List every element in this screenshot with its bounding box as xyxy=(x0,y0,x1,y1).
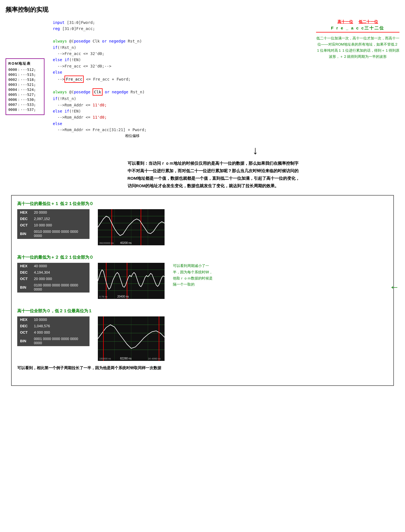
bin-label-2: BIN xyxy=(17,282,31,293)
code-line9: else xyxy=(53,69,308,75)
svg-text:82280 ns: 82280 ns xyxy=(120,357,131,360)
hex-val-1: 20 0000 xyxy=(31,209,90,216)
oct-val-1: 10 000 000 xyxy=(31,222,90,228)
fre-acc-label: 高十一位 低二十一位 F r e _ a c c三十二位 低二十一位加满一次，高… xyxy=(316,19,399,60)
bin-label: BIN xyxy=(17,228,31,239)
bin-val-1: 0010 0000 0000 0000 0000 0000 xyxy=(31,228,90,239)
bin-val-3: 0001 0000 0000 0000 0000 0000 xyxy=(31,336,90,346)
rom-table-title: ROM地址表 xyxy=(8,61,42,66)
green-arrow-right: ← xyxy=(389,281,399,293)
fre-acc-main: F r e _ a c c三十二位 xyxy=(316,26,399,33)
code-line10: -->Fre_acc <= Fre_acc + Fword; xyxy=(53,76,308,83)
oct-val-2: 20 000 000 xyxy=(31,276,90,282)
code-line14: -->Rom_Addr <= 11'd0; xyxy=(53,102,308,108)
code-line17: else xyxy=(53,121,308,127)
code-line13: if(!Rst_n) xyxy=(53,96,308,102)
oct-row-2: OCT 20 000 000 xyxy=(17,276,90,282)
oct-label: OCT xyxy=(17,222,31,228)
waveform-2: 20400 ns 0.78 ns xyxy=(98,263,165,300)
dec-val-2: 4,194,304 xyxy=(31,269,90,276)
top-section: ROM地址表 0000：···512; 0001：···515; 0002：··… xyxy=(6,19,399,139)
rom-row-4: 0004：···524; xyxy=(8,87,42,92)
rom-row-3: 0003：···521; xyxy=(8,82,42,87)
example-2-table: HEX 40 0000 DEC 4,194,304 OCT 20 000 000… xyxy=(17,263,90,295)
rom-row-0: 0000：···512; xyxy=(8,67,42,72)
example-1-row: HEX 20 0000 DEC 2,097,152 OCT 10 000 000… xyxy=(17,209,388,246)
dec-label-3: DEC xyxy=(17,323,31,329)
fre-acc-top: 高十一位 低二十一位 xyxy=(316,19,399,24)
bin-val-2: 0100 0000 0000 0000 0000 0000 xyxy=(31,282,90,293)
code-line7: else if(!EN) xyxy=(53,57,308,63)
phase-label: 相位偏移 xyxy=(125,133,308,139)
dec-row: DEC 2,097,152 xyxy=(17,216,90,222)
svg-text:0.78 ns: 0.78 ns xyxy=(99,295,108,298)
bin-row-2: BIN 0100 0000 0000 0000 0000 0000 xyxy=(17,282,90,293)
oct-label-3: OCT xyxy=(17,329,31,336)
svg-text:39220000 ns: 39220000 ns xyxy=(99,242,114,244)
code-line2: reg [31:0]Fre_acc; xyxy=(53,26,308,32)
dec-val-3: 1,048,576 xyxy=(31,323,90,329)
main-box: ← 高十一位的最低位＋１ 低２１位全部为０ HEX 20 0000 DEC 2,… xyxy=(11,195,394,386)
example-2-row: HEX 40 0000 DEC 4,194,304 OCT 20 000 000… xyxy=(17,263,388,300)
fre-acc-desc: 低二十一位加满一次，高十一位才加一次，而高十一位——对应ROM地址表的所有地址，… xyxy=(316,35,399,60)
example-2-comment: 可以看到周期减小了一半，因为每个系统时钟，他取ｒｏｍ数据的时候是隔一个一取的 xyxy=(173,263,215,287)
svg-text:20400 ns: 20400 ns xyxy=(117,295,129,298)
bin-row-3: BIN 0001 0000 0000 0000 0000 0000 xyxy=(17,336,90,346)
fre-acc-high: 高十一位 xyxy=(337,19,353,24)
waveform-1: 40200 ns 39220000 ns xyxy=(98,209,165,246)
code-section-top: input [31:0]Fword; reg [31:0]Fre_acc; al… xyxy=(53,19,308,83)
hex-label-3: HEX xyxy=(17,316,31,323)
example-1-table: HEX 20 0000 DEC 2,097,152 OCT 10 000 000… xyxy=(17,209,90,242)
last-comment: 可以看到，相比第一个例子周期拉长了一半，因为他是两个系统时钟取同样一次数据 xyxy=(17,365,388,371)
oct-label-2: OCT xyxy=(17,276,31,282)
oct-row-3: OCT 4 000 000 xyxy=(17,329,90,336)
rom-row-5: 0005：···527; xyxy=(8,92,42,97)
hex-row: HEX 20 0000 xyxy=(17,209,90,216)
hex-label-2: HEX xyxy=(17,263,31,269)
example-2: 高十一位的最低为＋２ 低２１位全部为０ HEX 40 0000 DEC 4,19… xyxy=(17,255,388,300)
bin-row: BIN 0010 0000 0000 0000 0000 0000 xyxy=(17,228,90,239)
example-3-table: HEX 10 0000 DEC 1,048,576 OCT 4 000 000 … xyxy=(17,316,90,349)
example-1-title: 高十一位的最低位＋１ 低２１位全部为０ xyxy=(17,201,388,206)
hex-val-3: 10 0000 xyxy=(31,316,90,323)
hex-row-3: HEX 10 0000 xyxy=(17,316,90,323)
dec-label: DEC xyxy=(17,216,31,222)
dec-val-1: 2,097,152 xyxy=(31,216,90,222)
rom-row-2: 0002：···518; xyxy=(8,77,42,82)
svg-text:150000 ns: 150000 ns xyxy=(99,357,111,360)
bin-label-3: BIN xyxy=(17,336,31,346)
code-line6: -->Fre_acc <= 32'd0; xyxy=(53,51,308,57)
description-block: 可以看到：当访问ｒｏｍ地址的时候仅仅用的是高十一位的数据，那么如果我们在频率控制… xyxy=(105,159,300,189)
rom-row-6: 0006：···530; xyxy=(8,97,42,102)
hex-table-1: HEX 20 0000 DEC 2,097,152 OCT 10 000 000… xyxy=(17,209,90,239)
code-line4: always @(posedge Clk or negedge Rst_n) xyxy=(53,38,308,44)
waveform-svg-2: 20400 ns 0.78 ns xyxy=(98,263,165,299)
oct-row: OCT 10 000 000 xyxy=(17,222,90,228)
example-1: 高十一位的最低位＋１ 低２１位全部为０ HEX 20 0000 DEC 2,09… xyxy=(17,201,388,246)
hex-row-2: HEX 40 0000 xyxy=(17,263,90,269)
hex-table-2: HEX 40 0000 DEC 4,194,304 OCT 20 000 000… xyxy=(17,263,90,293)
rom-row-7: 0007：···533; xyxy=(8,102,42,107)
example-2-title: 高十一位的最低为＋２ 低２１位全部为０ xyxy=(17,255,388,260)
code-line18: -->Rom_Addr <= Fre_acc[31:21] + Pword; xyxy=(53,127,308,133)
dec-row-3: DEC 1,048,576 xyxy=(17,323,90,329)
waveform-svg-1: 40200 ns 39220000 ns xyxy=(98,209,165,245)
page-title: 频率控制的实现 xyxy=(6,6,399,14)
waveform-svg-3: 82280 ns 150000 ns 1K-4990 ns xyxy=(98,316,165,361)
oct-val-3: 4 000 000 xyxy=(31,329,90,336)
code-block: input [31:0]Fword; reg [31:0]Fre_acc; al… xyxy=(53,19,308,139)
fre-acc-diagram: 高十一位 低二十一位 F r e _ a c c三十二位 低二十一位加满一次，高… xyxy=(316,19,399,139)
fre-acc-low: 低二十一位 xyxy=(359,19,378,24)
rom-table: ROM地址表 0000：···512; 0001：···515; 0002：··… xyxy=(6,58,44,115)
svg-text:1K-4990 ns: 1K-4990 ns xyxy=(148,357,161,360)
code-line1: input [31:0]Fword; xyxy=(53,19,308,26)
code-line16: -->Rom_Addr <= 11'd0; xyxy=(53,114,308,120)
example-3-title: 高十一位全部为０，低２１位最高位为１ xyxy=(17,308,388,314)
rom-row-8: 0008：···537; xyxy=(8,107,42,112)
example-3-row: HEX 10 0000 DEC 1,048,576 OCT 4 000 000 … xyxy=(17,316,388,362)
svg-text:40200 ns: 40200 ns xyxy=(120,241,131,244)
dec-label-2: DEC xyxy=(17,269,31,276)
code-line8: -->Fre_acc <= 32'd0;--> xyxy=(53,63,308,69)
waveform-3: 82280 ns 150000 ns 1K-4990 ns xyxy=(98,316,165,362)
example-3: 高十一位全部为０，低２１位最高位为１ HEX 10 0000 DEC 1,048… xyxy=(17,308,388,371)
